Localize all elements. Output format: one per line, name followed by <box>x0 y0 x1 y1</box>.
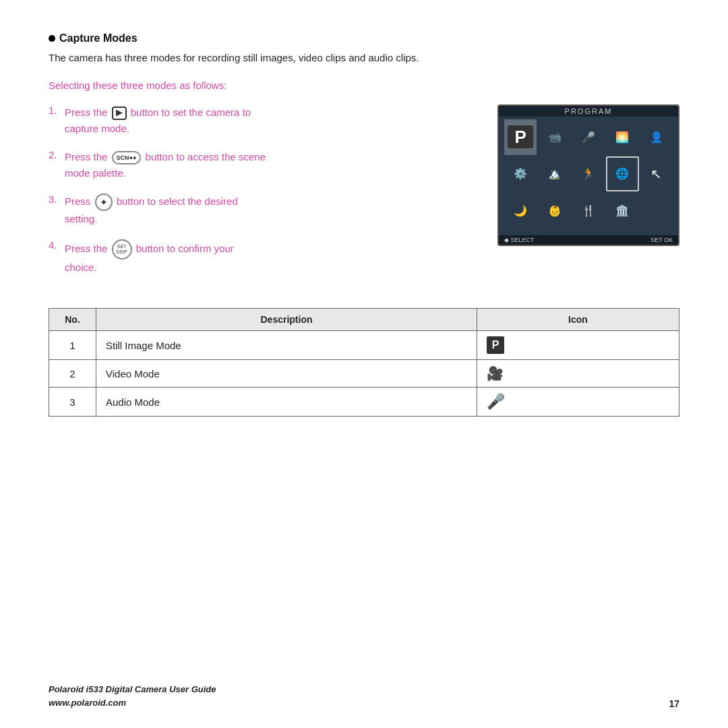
table-row: 2 Video Mode 🎥 <box>49 360 679 388</box>
row2-description: Video Mode <box>96 360 477 388</box>
page-footer: Polaroid i533 Digital Camera User Guide … <box>49 683 679 709</box>
steps-column: 1. Press the ▶ button to set the camera … <box>49 104 477 288</box>
cursor-position: ↖ <box>640 156 673 192</box>
capture-modes-title: Capture Modes <box>59 32 138 44</box>
footer-page-number: 17 <box>669 698 679 709</box>
select-label: ◆ SELECT <box>504 237 535 243</box>
step-2-text: Press the SCN●● button to access the sce… <box>65 149 266 181</box>
grid-scene3-icon: 🌐 <box>606 156 638 192</box>
grid-child-icon: 👶 <box>538 193 570 229</box>
section-title: Capture Modes <box>49 32 679 44</box>
row2-icon: 🎥 <box>477 360 679 388</box>
content-area: 1. Press the ▶ button to set the camera … <box>49 104 679 288</box>
grid-night-icon: 🌙 <box>504 193 537 229</box>
grid-scene2-icon: 👤 <box>640 119 673 155</box>
video-mode-icon: 🎥 <box>487 366 504 381</box>
step-2: 2. Press the SCN●● button to access the … <box>49 149 477 181</box>
step-3: 3. Press ✦ button to select the desireds… <box>49 193 477 227</box>
row3-description: Audio Mode <box>96 388 477 417</box>
table-row: 1 Still Image Mode P <box>49 331 679 360</box>
intro-text: The camera has three modes for recording… <box>49 50 679 66</box>
camera-icon-grid: P 📹 🎤 🌅 👤 ⚙️ 🏔️ 🏃 🌐 ↖ 🌙 👶 🍴 <box>504 119 673 229</box>
step-1-number: 1. <box>49 104 61 116</box>
bullet-icon <box>49 35 55 42</box>
step-1-text: Press the ▶ button to set the camera toc… <box>65 104 251 137</box>
program-label: PROGRAM <box>499 106 678 117</box>
play-button-icon: ▶ <box>112 107 127 120</box>
grid-video-icon: 📹 <box>538 119 570 155</box>
row3-icon: 🎤 <box>477 388 679 417</box>
grid-mountain-icon: 🏔️ <box>538 156 570 192</box>
modes-table: No. Description Icon 1 Still Image Mode … <box>49 308 679 417</box>
step-4-number: 4. <box>49 239 61 251</box>
table-row: 3 Audio Mode 🎤 <box>49 388 679 417</box>
grid-scene1-icon: 🌅 <box>606 119 638 155</box>
camera-screen: PROGRAM P 📹 🎤 🌅 👤 ⚙️ 🏔️ 🏃 🌐 ↖ <box>497 104 679 246</box>
row2-no: 2 <box>49 360 96 388</box>
grid-food-icon: 🍴 <box>572 193 605 229</box>
grid-building-icon: 🏛️ <box>606 193 638 229</box>
table-header-row: No. Description Icon <box>49 309 679 331</box>
page-content: Capture Modes The camera has three modes… <box>0 0 728 444</box>
footer-url: www.polaroid.com <box>49 696 216 710</box>
scn-button-icon: SCN●● <box>112 151 142 164</box>
row1-description: Still Image Mode <box>96 331 477 360</box>
still-image-icon: P <box>487 336 504 354</box>
step-3-number: 3. <box>49 193 61 205</box>
sub-heading: Selecting these three modes as follows: <box>49 80 679 91</box>
ok-label: SET OK <box>650 237 673 243</box>
table-header-no: No. <box>49 309 96 331</box>
grid-extra-icon <box>640 193 673 229</box>
footer-left: Polaroid i533 Digital Camera User Guide … <box>49 683 216 709</box>
grid-p-icon: P <box>504 119 537 155</box>
nav-button-icon: ✦ <box>95 193 113 211</box>
camera-bottom-bar: ◆ SELECT SET OK <box>499 235 678 245</box>
table-header-icon: Icon <box>477 309 679 331</box>
step-4-text: Press the SETDISP button to confirm your… <box>65 239 234 276</box>
camera-screen-column: PROGRAM P 📹 🎤 🌅 👤 ⚙️ 🏔️ 🏃 🌐 ↖ <box>497 104 679 288</box>
row1-no: 1 <box>49 331 96 360</box>
set-button-icon: SETDISP <box>112 239 132 260</box>
footer-title: Polaroid i533 Digital Camera User Guide <box>49 683 216 696</box>
table-header-description: Description <box>96 309 477 331</box>
audio-mode-icon: 🎤 <box>487 393 505 410</box>
row3-no: 3 <box>49 388 96 417</box>
row1-icon: P <box>477 331 679 360</box>
grid-settings-icon: ⚙️ <box>504 156 537 192</box>
step-3-text: Press ✦ button to select the desiredsett… <box>65 193 238 227</box>
step-4: 4. Press the SETDISP button to confirm y… <box>49 239 477 276</box>
p-mode-icon: P <box>508 125 533 148</box>
grid-mic-icon: 🎤 <box>572 119 605 155</box>
step-1: 1. Press the ▶ button to set the camera … <box>49 104 477 137</box>
step-2-number: 2. <box>49 149 61 160</box>
grid-run-icon: 🏃 <box>572 156 605 192</box>
